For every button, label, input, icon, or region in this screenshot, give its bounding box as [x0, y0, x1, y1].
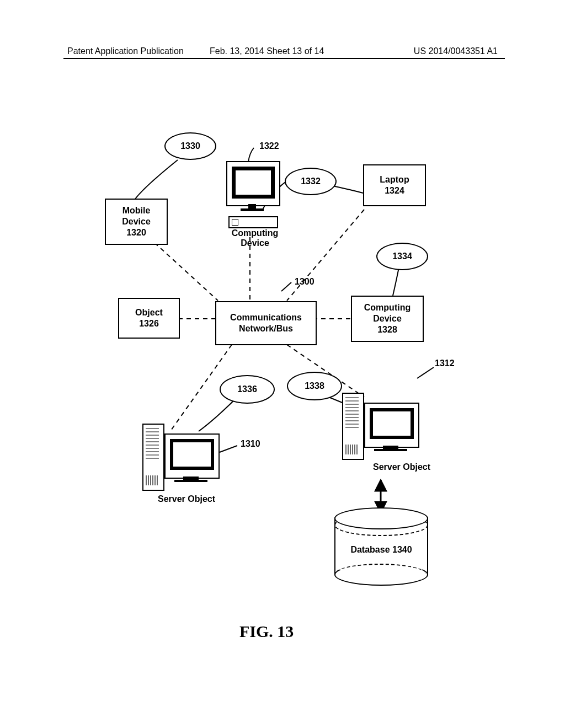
header-publication: Patent Application Publication	[67, 46, 184, 56]
box-network-bus: Communications Network/Bus	[215, 301, 317, 345]
ellipse-1330: 1330	[164, 132, 216, 160]
leader-1312: 1312	[435, 358, 455, 368]
label-server-object-right: Server Object	[369, 462, 435, 472]
page: Patent Application Publication Feb. 13, …	[0, 0, 565, 728]
box-computing-device-1328: Computing Device 1328	[351, 296, 424, 342]
figure-label: FIG. 13	[239, 622, 294, 641]
ellipse-1338: 1338	[287, 372, 342, 400]
server-left-icon	[142, 424, 220, 495]
label-computing-device: Computing Device	[216, 228, 294, 248]
server-right-icon	[342, 393, 419, 464]
computing-device-icon	[222, 161, 282, 233]
header-date-sheet: Feb. 13, 2014 Sheet 13 of 14	[210, 46, 324, 56]
header-pub-number: US 2014/0043351 A1	[414, 46, 498, 56]
header-rule	[63, 58, 505, 59]
leader-1310: 1310	[241, 439, 260, 449]
box-mobile-device: Mobile Device 1320	[105, 199, 168, 245]
box-object: Object 1326	[118, 298, 180, 339]
ellipse-1332: 1332	[285, 168, 337, 195]
leader-1300: 1300	[295, 277, 315, 287]
box-laptop: Laptop 1324	[363, 164, 426, 206]
database-icon: Database 1340	[334, 507, 428, 585]
svg-line-3	[287, 210, 364, 301]
label-database: Database 1340	[334, 545, 428, 555]
diagram-connectors	[0, 0, 565, 728]
ellipse-1334: 1334	[376, 243, 428, 270]
leader-1322: 1322	[259, 141, 279, 151]
svg-line-0	[154, 243, 218, 301]
ellipse-1336: 1336	[220, 375, 275, 404]
label-server-object-left: Server Object	[153, 494, 220, 504]
